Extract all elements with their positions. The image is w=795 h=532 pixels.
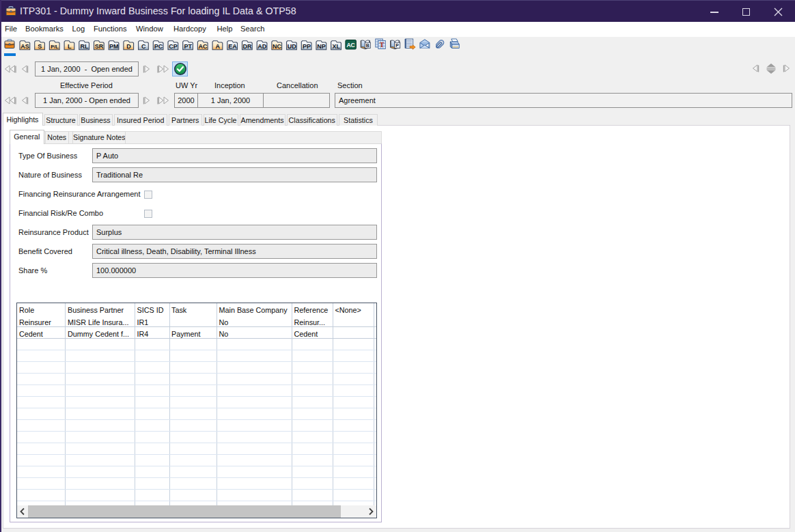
svg-text:DR: DR [243, 43, 252, 50]
svg-text:NP: NP [317, 43, 326, 50]
svg-text:PC: PC [154, 43, 163, 50]
svg-text:S: S [38, 43, 42, 50]
svg-text:CP: CP [169, 43, 178, 50]
svg-text:AS: AS [20, 43, 29, 50]
svg-text:EA: EA [228, 43, 237, 50]
svg-text:T: T [380, 41, 385, 48]
svg-text:AD: AD [257, 43, 266, 50]
svg-text:AC: AC [346, 42, 354, 48]
svg-text:SR: SR [95, 43, 104, 50]
svg-text:PP: PP [303, 43, 311, 50]
svg-text:XL: XL [333, 43, 341, 50]
svg-text:P/L: P/L [51, 44, 59, 50]
svg-text:D: D [126, 43, 131, 50]
svg-text:B: B [366, 43, 369, 48]
svg-text:C: C [141, 43, 146, 50]
svg-text:P: P [395, 43, 399, 48]
svg-text:UD: UD [288, 43, 296, 50]
svg-text:L: L [68, 43, 72, 50]
svg-text:AC: AC [199, 43, 208, 50]
svg-text:PT: PT [184, 43, 193, 50]
svg-text:RL: RL [80, 43, 88, 50]
svg-text:NC: NC [273, 43, 281, 50]
svg-text:PM: PM [109, 43, 119, 50]
svg-text:A: A [215, 43, 220, 50]
